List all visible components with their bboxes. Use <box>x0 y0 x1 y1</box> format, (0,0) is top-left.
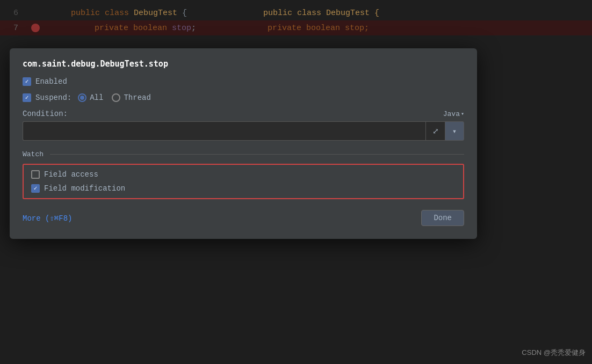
more-link[interactable]: More (⇧⌘F8) <box>23 214 72 223</box>
suspend-all-label: All <box>90 93 103 102</box>
watch-header: Watch <box>23 150 464 158</box>
suspend-all-radio-wrap[interactable]: All <box>78 93 103 102</box>
suspend-row: Suspend: All Thread <box>23 93 464 102</box>
suspend-all-radio[interactable] <box>78 93 86 102</box>
condition-input[interactable] <box>23 121 425 141</box>
watch-section: Watch Field access Field modification <box>23 150 464 199</box>
condition-label: Condition: <box>23 110 68 118</box>
suspend-thread-radio-wrap[interactable]: Thread <box>112 93 150 102</box>
field-modification-item: Field modification <box>31 184 456 193</box>
expand-button[interactable]: ⤢ <box>425 121 445 141</box>
breakpoint-dialog: com.saint.debug.DebugTest.stop Enabled S… <box>10 48 477 239</box>
watch-title: Watch <box>23 150 44 158</box>
enabled-label: Enabled <box>35 77 67 86</box>
condition-dropdown-arrow-icon: ▾ <box>452 127 457 136</box>
field-modification-checkbox-wrap[interactable]: Field modification <box>31 184 125 193</box>
language-dropdown[interactable]: Java ▾ <box>443 110 464 118</box>
expand-icon: ⤢ <box>432 127 439 136</box>
field-access-label: Field access <box>44 170 98 179</box>
dialog-title: com.saint.debug.DebugTest.stop <box>23 59 464 69</box>
suspend-thread-label: Thread <box>124 93 150 102</box>
watch-items-box: Field access Field modification <box>23 164 464 199</box>
suspend-checkbox-wrap[interactable]: Suspend: <box>23 93 71 102</box>
condition-label-row: Condition: Java ▾ <box>23 110 464 118</box>
language-label: Java <box>443 110 460 118</box>
suspend-checkbox[interactable] <box>23 93 31 102</box>
condition-dropdown-button[interactable]: ▾ <box>445 121 464 141</box>
condition-input-row: ⤢ ▾ <box>23 121 464 141</box>
watermark: CSDN @秃秃爱健身 <box>522 348 586 358</box>
enabled-checkbox[interactable] <box>23 77 31 86</box>
field-access-checkbox-wrap[interactable]: Field access <box>31 170 98 179</box>
watch-divider <box>50 154 464 155</box>
enabled-checkbox-wrap[interactable]: Enabled <box>23 77 67 86</box>
suspend-label: Suspend: <box>35 93 71 102</box>
enabled-row: Enabled <box>23 77 464 86</box>
dialog-footer: More (⇧⌘F8) Done <box>23 210 464 226</box>
field-modification-checkbox[interactable] <box>31 184 40 193</box>
language-dropdown-arrow: ▾ <box>461 111 464 117</box>
field-access-item: Field access <box>31 170 456 179</box>
done-button[interactable]: Done <box>421 210 464 226</box>
suspend-thread-radio[interactable] <box>112 93 120 102</box>
field-access-checkbox[interactable] <box>31 170 40 179</box>
field-modification-label: Field modification <box>44 184 125 193</box>
